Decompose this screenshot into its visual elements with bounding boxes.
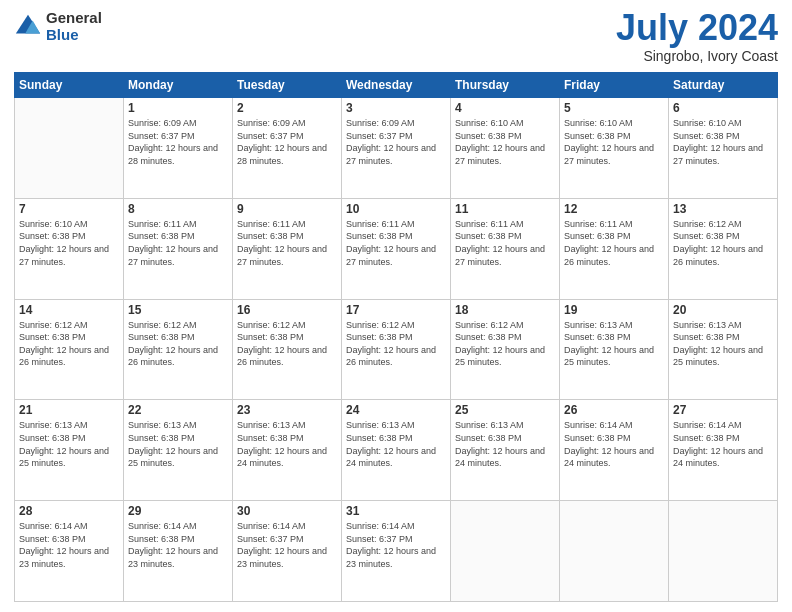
day-number: 18 [455, 303, 555, 317]
calendar-cell: 5Sunrise: 6:10 AMSunset: 6:38 PMDaylight… [560, 98, 669, 199]
col-thursday: Thursday [451, 73, 560, 98]
calendar-week-2: 7Sunrise: 6:10 AMSunset: 6:38 PMDaylight… [15, 198, 778, 299]
day-number: 1 [128, 101, 228, 115]
calendar-body: 1Sunrise: 6:09 AMSunset: 6:37 PMDaylight… [15, 98, 778, 602]
day-info: Sunrise: 6:11 AMSunset: 6:38 PMDaylight:… [346, 218, 446, 268]
calendar-week-5: 28Sunrise: 6:14 AMSunset: 6:38 PMDayligh… [15, 501, 778, 602]
calendar-cell: 29Sunrise: 6:14 AMSunset: 6:38 PMDayligh… [124, 501, 233, 602]
day-number: 24 [346, 403, 446, 417]
day-number: 22 [128, 403, 228, 417]
calendar-cell: 6Sunrise: 6:10 AMSunset: 6:38 PMDaylight… [669, 98, 778, 199]
calendar-cell [560, 501, 669, 602]
day-number: 14 [19, 303, 119, 317]
calendar-cell: 15Sunrise: 6:12 AMSunset: 6:38 PMDayligh… [124, 299, 233, 400]
calendar-table: Sunday Monday Tuesday Wednesday Thursday… [14, 72, 778, 602]
day-info: Sunrise: 6:11 AMSunset: 6:38 PMDaylight:… [128, 218, 228, 268]
day-info: Sunrise: 6:13 AMSunset: 6:38 PMDaylight:… [673, 319, 773, 369]
day-number: 13 [673, 202, 773, 216]
day-info: Sunrise: 6:10 AMSunset: 6:38 PMDaylight:… [564, 117, 664, 167]
day-info: Sunrise: 6:12 AMSunset: 6:38 PMDaylight:… [19, 319, 119, 369]
day-info: Sunrise: 6:12 AMSunset: 6:38 PMDaylight:… [128, 319, 228, 369]
subtitle: Singrobo, Ivory Coast [616, 48, 778, 64]
day-info: Sunrise: 6:11 AMSunset: 6:38 PMDaylight:… [237, 218, 337, 268]
logo-blue-text: Blue [46, 27, 102, 44]
title-block: July 2024 Singrobo, Ivory Coast [616, 10, 778, 64]
day-info: Sunrise: 6:14 AMSunset: 6:37 PMDaylight:… [346, 520, 446, 570]
logo-general-text: General [46, 10, 102, 27]
calendar-cell [669, 501, 778, 602]
day-info: Sunrise: 6:11 AMSunset: 6:38 PMDaylight:… [564, 218, 664, 268]
day-number: 2 [237, 101, 337, 115]
day-info: Sunrise: 6:10 AMSunset: 6:38 PMDaylight:… [455, 117, 555, 167]
day-info: Sunrise: 6:12 AMSunset: 6:38 PMDaylight:… [237, 319, 337, 369]
day-number: 28 [19, 504, 119, 518]
calendar-cell: 18Sunrise: 6:12 AMSunset: 6:38 PMDayligh… [451, 299, 560, 400]
day-info: Sunrise: 6:14 AMSunset: 6:38 PMDaylight:… [128, 520, 228, 570]
day-info: Sunrise: 6:10 AMSunset: 6:38 PMDaylight:… [673, 117, 773, 167]
calendar-cell: 19Sunrise: 6:13 AMSunset: 6:38 PMDayligh… [560, 299, 669, 400]
calendar-cell: 24Sunrise: 6:13 AMSunset: 6:38 PMDayligh… [342, 400, 451, 501]
day-info: Sunrise: 6:12 AMSunset: 6:38 PMDaylight:… [346, 319, 446, 369]
calendar-cell: 12Sunrise: 6:11 AMSunset: 6:38 PMDayligh… [560, 198, 669, 299]
day-info: Sunrise: 6:13 AMSunset: 6:38 PMDaylight:… [564, 319, 664, 369]
day-number: 11 [455, 202, 555, 216]
day-number: 5 [564, 101, 664, 115]
calendar-cell: 21Sunrise: 6:13 AMSunset: 6:38 PMDayligh… [15, 400, 124, 501]
calendar-cell: 4Sunrise: 6:10 AMSunset: 6:38 PMDaylight… [451, 98, 560, 199]
col-saturday: Saturday [669, 73, 778, 98]
col-friday: Friday [560, 73, 669, 98]
col-wednesday: Wednesday [342, 73, 451, 98]
logo: General Blue [14, 10, 102, 43]
calendar-cell: 9Sunrise: 6:11 AMSunset: 6:38 PMDaylight… [233, 198, 342, 299]
calendar-cell: 10Sunrise: 6:11 AMSunset: 6:38 PMDayligh… [342, 198, 451, 299]
col-tuesday: Tuesday [233, 73, 342, 98]
calendar-cell: 3Sunrise: 6:09 AMSunset: 6:37 PMDaylight… [342, 98, 451, 199]
day-number: 8 [128, 202, 228, 216]
day-number: 27 [673, 403, 773, 417]
calendar-cell: 30Sunrise: 6:14 AMSunset: 6:37 PMDayligh… [233, 501, 342, 602]
day-number: 31 [346, 504, 446, 518]
day-number: 16 [237, 303, 337, 317]
day-info: Sunrise: 6:09 AMSunset: 6:37 PMDaylight:… [237, 117, 337, 167]
calendar-cell: 11Sunrise: 6:11 AMSunset: 6:38 PMDayligh… [451, 198, 560, 299]
day-info: Sunrise: 6:09 AMSunset: 6:37 PMDaylight:… [346, 117, 446, 167]
calendar-cell: 20Sunrise: 6:13 AMSunset: 6:38 PMDayligh… [669, 299, 778, 400]
day-info: Sunrise: 6:14 AMSunset: 6:38 PMDaylight:… [19, 520, 119, 570]
main-title: July 2024 [616, 10, 778, 46]
calendar-cell: 23Sunrise: 6:13 AMSunset: 6:38 PMDayligh… [233, 400, 342, 501]
day-number: 29 [128, 504, 228, 518]
calendar-cell: 1Sunrise: 6:09 AMSunset: 6:37 PMDaylight… [124, 98, 233, 199]
calendar-week-4: 21Sunrise: 6:13 AMSunset: 6:38 PMDayligh… [15, 400, 778, 501]
day-info: Sunrise: 6:14 AMSunset: 6:38 PMDaylight:… [673, 419, 773, 469]
day-info: Sunrise: 6:13 AMSunset: 6:38 PMDaylight:… [19, 419, 119, 469]
logo-icon [14, 13, 42, 41]
calendar-week-1: 1Sunrise: 6:09 AMSunset: 6:37 PMDaylight… [15, 98, 778, 199]
calendar-week-3: 14Sunrise: 6:12 AMSunset: 6:38 PMDayligh… [15, 299, 778, 400]
day-number: 17 [346, 303, 446, 317]
day-info: Sunrise: 6:14 AMSunset: 6:37 PMDaylight:… [237, 520, 337, 570]
day-info: Sunrise: 6:10 AMSunset: 6:38 PMDaylight:… [19, 218, 119, 268]
calendar-cell: 26Sunrise: 6:14 AMSunset: 6:38 PMDayligh… [560, 400, 669, 501]
calendar-header-row: Sunday Monday Tuesday Wednesday Thursday… [15, 73, 778, 98]
col-sunday: Sunday [15, 73, 124, 98]
calendar-cell [15, 98, 124, 199]
calendar-cell: 27Sunrise: 6:14 AMSunset: 6:38 PMDayligh… [669, 400, 778, 501]
day-number: 4 [455, 101, 555, 115]
calendar-cell: 25Sunrise: 6:13 AMSunset: 6:38 PMDayligh… [451, 400, 560, 501]
col-monday: Monday [124, 73, 233, 98]
day-info: Sunrise: 6:11 AMSunset: 6:38 PMDaylight:… [455, 218, 555, 268]
calendar-cell: 17Sunrise: 6:12 AMSunset: 6:38 PMDayligh… [342, 299, 451, 400]
day-number: 26 [564, 403, 664, 417]
day-info: Sunrise: 6:09 AMSunset: 6:37 PMDaylight:… [128, 117, 228, 167]
calendar-cell: 16Sunrise: 6:12 AMSunset: 6:38 PMDayligh… [233, 299, 342, 400]
calendar-cell: 22Sunrise: 6:13 AMSunset: 6:38 PMDayligh… [124, 400, 233, 501]
day-number: 12 [564, 202, 664, 216]
calendar-cell: 14Sunrise: 6:12 AMSunset: 6:38 PMDayligh… [15, 299, 124, 400]
calendar-cell: 7Sunrise: 6:10 AMSunset: 6:38 PMDaylight… [15, 198, 124, 299]
calendar-cell: 2Sunrise: 6:09 AMSunset: 6:37 PMDaylight… [233, 98, 342, 199]
day-info: Sunrise: 6:14 AMSunset: 6:38 PMDaylight:… [564, 419, 664, 469]
calendar-cell: 28Sunrise: 6:14 AMSunset: 6:38 PMDayligh… [15, 501, 124, 602]
calendar-cell [451, 501, 560, 602]
day-number: 19 [564, 303, 664, 317]
day-info: Sunrise: 6:13 AMSunset: 6:38 PMDaylight:… [346, 419, 446, 469]
